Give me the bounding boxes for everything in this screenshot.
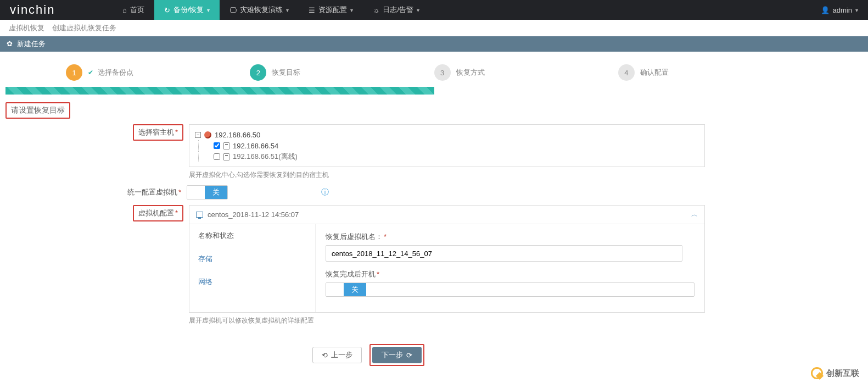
toggle-off-label: 关: [205, 186, 227, 199]
label-vm-config: 虚拟机配置*: [133, 205, 183, 221]
refresh-icon: ↻: [164, 6, 170, 14]
step-1-number: 1: [66, 64, 82, 81]
watermark-icon: [811, 367, 823, 379]
power-on-toggle-off: 关: [344, 283, 366, 296]
user-icon: 👤: [821, 6, 830, 14]
step-1-label: 选择备份点: [98, 68, 133, 77]
field-power-on: 恢复完成后开机* 关: [326, 269, 695, 297]
vm-config-accordion: centos_2018-11-12 14:56:07 ︿ 名称和状态 存储 网络: [189, 205, 705, 313]
wizard-actions: ⟲ 上一步 下一步 ⟳: [5, 344, 731, 366]
vmnav-name-state[interactable]: 名称和状态: [189, 224, 315, 247]
vmnav-network[interactable]: 网络: [189, 270, 315, 293]
host-1-checkbox[interactable]: [214, 142, 220, 149]
resource-icon: ☰: [309, 6, 315, 14]
host-icon: [223, 153, 229, 160]
label-unified-config: 统一配置虚拟机*: [5, 185, 187, 197]
host-tree: − 192.168.66.50 192.168.66.54: [189, 124, 705, 167]
step-3[interactable]: 3 恢复方式: [434, 64, 618, 81]
nav-resource[interactable]: ☰ 资源配置 ▾: [299, 0, 363, 20]
wizard-progress: [5, 87, 863, 95]
step-2[interactable]: 2 恢复目标: [250, 64, 434, 81]
nav-log-alarm[interactable]: ☼ 日志/告警 ▾: [363, 0, 429, 20]
panel-heading: ✿ 新建任务: [0, 36, 868, 52]
tree-root-label: 192.168.66.50: [215, 131, 260, 139]
tree-root[interactable]: − 192.168.66.50: [195, 129, 699, 140]
chevron-down-icon: ▾: [286, 7, 289, 13]
step-4-number: 4: [618, 64, 635, 81]
prev-button[interactable]: ⟲ 上一步: [312, 347, 362, 363]
host-icon: [223, 142, 229, 149]
home-icon: ⌂: [122, 6, 127, 14]
nav-resource-label: 资源配置: [318, 5, 347, 15]
step-1[interactable]: 1 ✔ 选择备份点: [66, 64, 250, 81]
vm-config-content: 恢复后虚拟机名：* 恢复完成后开机* 关: [316, 224, 704, 312]
top-navbar: vinchin ⌂ 首页 ↻ 备份/恢复 ▾ 🖵 灾难恢复演练 ▾ ☰ 资源配置…: [0, 0, 868, 20]
chevron-down-icon: ▾: [207, 7, 210, 13]
main-nav: ⌂ 首页 ↻ 备份/恢复 ▾ 🖵 灾难恢复演练 ▾ ☰ 资源配置 ▾ ☼ 日志/…: [113, 0, 429, 20]
check-icon: ✔: [88, 69, 93, 76]
label-vm-config-text: 虚拟机配置: [138, 209, 174, 217]
next-button-label: 下一步: [382, 350, 403, 360]
vm-config-title: centos_2018-11-12 14:56:07: [208, 210, 299, 219]
tree-host-2[interactable]: 192.168.66.51(离线): [195, 151, 699, 162]
chevron-down-icon: ▾: [350, 7, 353, 13]
user-name: admin: [833, 6, 852, 14]
chevron-down-icon: ▾: [855, 7, 858, 13]
vmnav-storage[interactable]: 存储: [189, 247, 315, 270]
tree-host-1-label: 192.168.66.54: [233, 142, 278, 150]
chevron-down-icon: ▾: [417, 7, 419, 13]
prev-button-label: 上一步: [331, 350, 352, 360]
nav-dr-drill[interactable]: 🖵 灾难恢复演练 ▾: [220, 0, 299, 20]
step-4[interactable]: 4 确认配置: [618, 64, 802, 81]
log-icon: ☼: [373, 6, 379, 14]
arrow-left-icon: ⟲: [322, 351, 328, 359]
watermark: 创新互联: [811, 367, 859, 379]
brand-logo: vinchin: [0, 3, 113, 17]
nav-home-label: 首页: [130, 5, 144, 15]
chevron-up-icon: ︿: [691, 210, 698, 219]
nav-home[interactable]: ⌂ 首页: [113, 0, 154, 20]
wizard-steps: 1 ✔ 选择备份点 2 恢复目标 3 恢复方式 4 确认配置: [0, 52, 868, 85]
step-3-label: 恢复方式: [456, 68, 485, 77]
step-3-number: 3: [434, 64, 451, 81]
nav-dr-label: 灾难恢复演练: [240, 5, 283, 15]
vm-name-label-text: 恢复后虚拟机名：: [326, 232, 383, 241]
host-hint: 展开虚拟化中心,勾选你需要恢复到的目的宿主机: [189, 170, 705, 180]
row-select-host: 选择宿主机* − 192.168.66.50 192.168.66.54: [5, 124, 731, 180]
vm-config-nav: 名称和状态 存储 网络: [189, 224, 316, 312]
tree-collapse-icon[interactable]: −: [195, 132, 201, 138]
watermark-text: 创新互联: [826, 368, 859, 379]
power-on-toggle[interactable]: 关: [326, 282, 695, 297]
label-select-host-text: 选择宿主机: [138, 128, 174, 136]
row-vm-config: 虚拟机配置* centos_2018-11-12 14:56:07 ︿ 名称和状…: [5, 205, 731, 325]
tree-host-1[interactable]: 192.168.66.54: [195, 140, 699, 151]
row-unified-vm-config: 统一配置虚拟机* 关 ⓘ: [5, 185, 731, 199]
gear-icon: ✿: [7, 36, 13, 52]
section-set-target-label: 请设置恢复目标: [5, 102, 70, 119]
nav-log-label: 日志/告警: [383, 5, 413, 15]
vm-name-label: 恢复后虚拟机名：*: [326, 232, 695, 242]
label-select-host: 选择宿主机*: [133, 124, 183, 141]
nav-backup-label: 备份/恢复: [173, 5, 204, 15]
vm-config-hint: 展开虚拟机可以修改恢复虚拟机的详细配置: [189, 316, 705, 325]
field-vm-name: 恢复后虚拟机名：*: [326, 232, 695, 262]
step-2-number: 2: [250, 64, 266, 81]
vm-config-header[interactable]: centos_2018-11-12 14:56:07 ︿: [189, 206, 704, 224]
unified-config-toggle[interactable]: 关: [187, 185, 228, 199]
nav-backup-restore[interactable]: ↻ 备份/恢复 ▾: [154, 0, 220, 20]
crumb-level-1: 虚拟机恢复: [9, 24, 44, 32]
vm-icon: [196, 212, 203, 218]
power-on-label-text: 恢复完成后开机: [326, 270, 376, 278]
info-icon[interactable]: ⓘ: [321, 187, 329, 197]
host-2-checkbox[interactable]: [214, 153, 220, 160]
tree-host-2-label: 192.168.66.51(离线): [233, 152, 298, 162]
breadcrumb: 虚拟机恢复 创建虚拟机恢复任务: [0, 20, 868, 36]
label-unified-config-text: 统一配置虚拟机: [127, 188, 177, 196]
user-menu[interactable]: 👤 admin ▾: [811, 6, 868, 14]
vm-name-input[interactable]: [326, 245, 682, 262]
next-button[interactable]: 下一步 ⟳: [372, 347, 422, 363]
step-4-label: 确认配置: [640, 68, 669, 77]
panel-title: 新建任务: [17, 36, 46, 52]
arrow-right-icon: ⟳: [406, 351, 412, 359]
virtualization-center-icon: [204, 131, 211, 138]
